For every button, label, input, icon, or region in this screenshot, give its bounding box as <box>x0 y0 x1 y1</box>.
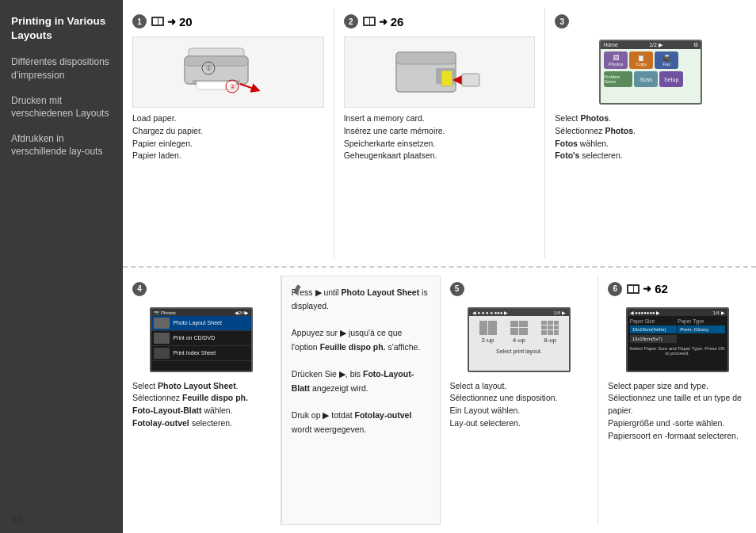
ps-cols: Paper Size 10x15cm(4x6in) 13x18cm(5x7) P… <box>628 316 727 345</box>
step-1-page: 20 <box>179 15 193 29</box>
step-5-circle: 5 <box>450 282 464 296</box>
svg-marker-17 <box>295 293 298 295</box>
main-content: 1 ➜ 20 <box>123 0 756 533</box>
svg-line-9 <box>240 84 256 89</box>
step-6-header: 6 ➜ 62 <box>608 282 746 296</box>
step-1-text: Load paper. Chargez du papier. Papier ei… <box>132 112 324 162</box>
ps-footer: Select Paper Size and Paper Type. Press … <box>628 345 727 356</box>
pls-row-2: Print on CD/DVD <box>151 331 251 346</box>
book-spine-6 <box>633 286 634 292</box>
ps-type-title: Paper Type <box>678 318 725 324</box>
pls-title: 📷 Photos <box>154 310 175 315</box>
ls-cell <box>541 326 547 329</box>
pls-label-3: Print Index Sheet <box>173 350 216 356</box>
sidebar-title: Printing in Various Layouts <box>11 14 112 43</box>
pls-thumb-2 <box>154 333 170 344</box>
note-content: Press ▶ until Photo Layout Sheet is disp… <box>292 286 430 436</box>
ls-cell <box>488 321 497 335</box>
arrow-icon-2: ➜ <box>379 16 388 28</box>
pls-row-1: Photo Layout Sheet <box>151 316 251 331</box>
step-4-image: 📷 Photos ◀2/4▶ Photo Layout Sheet Print … <box>132 304 271 375</box>
step-1-circle: 1 <box>132 14 147 29</box>
step-3-circle: 3 <box>555 14 569 29</box>
ls-option-4up: 4-up <box>510 321 528 344</box>
screen-top-bar: Home 1/2 ▶ ⚙ <box>601 41 701 49</box>
pls-label-1: Photo Layout Sheet <box>173 320 222 326</box>
sidebar: Printing in Various Layouts Différentes … <box>0 0 123 533</box>
step-2-header: 2 ➜ 26 <box>344 14 536 29</box>
ls-label-2up: 2-up <box>482 337 494 344</box>
ls-grid-2up <box>479 321 497 335</box>
ls-cell <box>510 328 519 335</box>
ls-footer: Select print layout. <box>469 348 569 356</box>
scan-btn[interactable]: Scan <box>634 71 658 87</box>
pls-thumb-3 <box>154 348 170 359</box>
ps-size-title: Paper Size <box>630 318 678 324</box>
ls-pagination: 1/4 ▶ <box>554 310 566 315</box>
step-1-ref: ➜ 20 <box>151 15 193 29</box>
photos-btn[interactable]: 🖼 Photos <box>604 51 628 69</box>
ps-size-item-2: 13x18cm(5x7) <box>630 335 678 343</box>
step-1-header: 1 ➜ 20 <box>132 14 324 29</box>
ls-cell <box>519 321 528 328</box>
ps-header: ◀ ●●●●●●● ▶ 1/4 ▶ <box>628 309 727 316</box>
photo-layout-screen: 📷 Photos ◀2/4▶ Photo Layout Sheet Print … <box>150 307 253 372</box>
pls-row-3: Print Index Sheet <box>151 346 251 361</box>
ls-nav: ◀ ● ● ● ● ●●● ▶ <box>472 310 508 315</box>
printer-illustration: ① ② <box>177 40 280 104</box>
copy-btn[interactable]: 📋 Copy <box>629 51 653 69</box>
book-icon-6 <box>627 284 640 294</box>
ls-cell <box>510 321 519 328</box>
ps-nav: ◀ ●●●●●●● ▶ <box>630 310 661 315</box>
svg-rect-16 <box>293 284 300 293</box>
sidebar-subtitle-fr: Différentes dispositions d’impression <box>11 55 112 81</box>
step-2-page: 26 <box>391 15 404 29</box>
sidebar-subtitle-nl: Afdrukken in verschillende lay-outs <box>11 132 112 158</box>
svg-rect-11 <box>396 52 456 64</box>
svg-rect-2 <box>185 56 248 66</box>
paper-screen: ◀ ●●●●●●● ▶ 1/4 ▶ Paper Size 10x15cm(4x6… <box>626 307 729 372</box>
step-3-header: 3 <box>555 14 746 29</box>
step-4-card: 4 📷 Photos ◀2/4▶ Photo Layout Sheet Pr <box>123 276 281 526</box>
screen-icons-row-1: 🖼 Photos 📋 Copy 📠 Fax <box>601 49 701 71</box>
screen-home-label: Home <box>603 42 618 48</box>
screen-icons-row-2: Problem Solver Scan Setup <box>601 71 701 87</box>
step-6-image: ◀ ●●●●●●● ▶ 1/4 ▶ Paper Size 10x15cm(4x6… <box>608 304 746 375</box>
ps-type-item-1: Prem. Glossy <box>678 326 725 333</box>
step-4-note: Press ▶ until Photo Layout Sheet is disp… <box>281 276 441 526</box>
ls-cell <box>554 326 559 329</box>
screen-page-indicator: 1/2 ▶ <box>649 42 662 48</box>
device-screen: Home 1/2 ▶ ⚙ 🖼 Photos 📋 Copy <box>599 40 702 105</box>
ls-cell <box>548 330 553 334</box>
setup-btn[interactable]: Setup <box>659 71 683 87</box>
step-4-text: Select Photo Layout Sheet. Sélectionnez … <box>132 380 271 430</box>
step-5-header: 5 <box>450 282 589 296</box>
step-2-circle: 2 <box>344 14 358 29</box>
step-2-ref: ➜ 26 <box>363 15 404 29</box>
arrow-icon: ➜ <box>167 16 176 28</box>
ls-label-8up: 8-up <box>544 337 556 344</box>
ps-size-col: Paper Size 10x15cm(4x6in) 13x18cm(5x7) <box>630 318 678 343</box>
ls-grid-8up <box>541 321 559 335</box>
ls-cell <box>541 330 547 334</box>
ps-type-col: Paper Type Prem. Glossy <box>678 318 725 343</box>
problem-solver-btn[interactable]: Problem Solver <box>604 71 632 87</box>
bottom-section: 4 📷 Photos ◀2/4▶ Photo Layout Sheet Pr <box>123 268 756 534</box>
ls-label-4up: 4-up <box>513 337 525 344</box>
layout-screen: ◀ ● ● ● ● ●●● ▶ 1/4 ▶ 2-up <box>468 307 571 372</box>
screen-icon: ⚙ <box>693 42 698 48</box>
step-5-card: 5 ◀ ● ● ● ● ●●● ▶ 1/4 ▶ <box>441 276 599 526</box>
step-5-image: ◀ ● ● ● ● ●●● ▶ 1/4 ▶ 2-up <box>450 304 589 375</box>
book-spine-2 <box>369 18 370 25</box>
step-5-text: Select a layout. Sélectionnez une dispos… <box>450 380 589 430</box>
fax-btn[interactable]: 📠 Fax <box>655 51 678 69</box>
ls-cell <box>554 321 559 325</box>
svg-text:①: ① <box>205 65 211 72</box>
ps-size-item-1: 10x15cm(4x6in) <box>630 326 678 333</box>
arrow-icon-6: ➜ <box>643 283 651 295</box>
pls-header: 📷 Photos ◀2/4▶ <box>151 309 251 316</box>
book-spine <box>158 18 158 25</box>
step-4-header: 4 <box>132 282 271 296</box>
ls-grid-4up <box>510 321 528 335</box>
pencil-icon <box>292 284 303 299</box>
